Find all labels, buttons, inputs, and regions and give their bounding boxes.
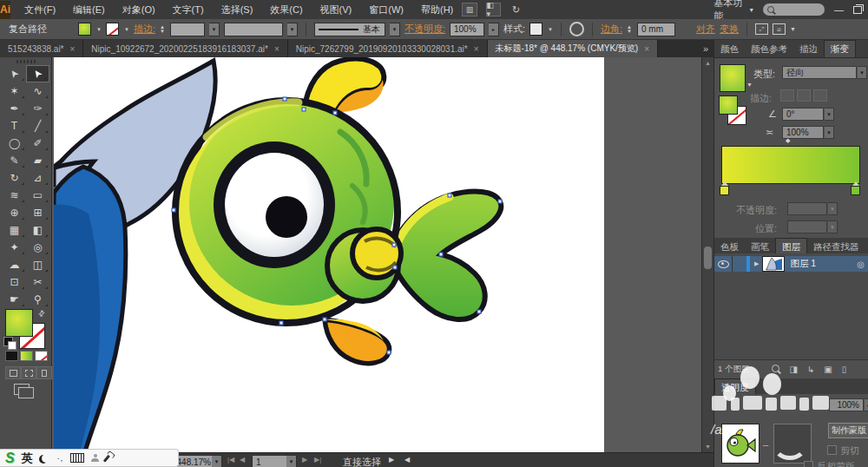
gradient-mode-button[interactable]: [20, 351, 33, 361]
constrain-icon[interactable]: ⧄: [773, 23, 786, 35]
stroke-along-icon[interactable]: [797, 89, 811, 102]
tool-direct-selection-tool[interactable]: ➤: [26, 65, 49, 82]
gradient-aspect-dropdown[interactable]: ▼: [825, 126, 834, 139]
clip-checkbox[interactable]: 剪切: [827, 444, 859, 457]
expand-layer-icon[interactable]: ▶: [754, 260, 759, 267]
prev-artboard-icon[interactable]: ◀: [240, 456, 245, 464]
style-swatch[interactable]: [529, 23, 542, 36]
tool-type-tool[interactable]: T: [3, 117, 26, 135]
tool-gradient-tool[interactable]: ◧: [26, 221, 49, 239]
panel-tab[interactable]: 图层: [775, 238, 807, 255]
menu-item[interactable]: 对象(O): [114, 3, 164, 16]
draw-behind-icon[interactable]: [21, 366, 36, 379]
width-profile-dropdown[interactable]: ▼: [287, 23, 298, 36]
close-tab-icon[interactable]: ×: [474, 44, 479, 54]
close-tab-icon[interactable]: ×: [274, 44, 279, 54]
align-artboard-icon[interactable]: ⤢: [755, 23, 768, 35]
new-sublayer-icon[interactable]: ↳: [807, 365, 814, 374]
hscroll-right-icon[interactable]: ▶: [389, 456, 394, 464]
corner-field[interactable]: 0 mm: [637, 23, 675, 36]
tool-eraser-tool[interactable]: ▰: [26, 152, 49, 169]
gradient-fill-indicator[interactable]: [719, 95, 738, 115]
tool-symbol-sprayer-tool[interactable]: ☁: [3, 256, 26, 273]
stroke-weight-dropdown[interactable]: ▼: [209, 23, 220, 36]
default-fill-stroke-icon[interactable]: [3, 337, 13, 346]
gradient-midpoint-icon[interactable]: ◆: [786, 137, 790, 144]
artboard[interactable]: [54, 57, 604, 452]
stroke-weight-stepper[interactable]: ▲▼: [160, 25, 165, 34]
sync-icon[interactable]: ↻: [510, 3, 523, 16]
tool-lasso-tool[interactable]: ∿: [26, 82, 49, 100]
gradient-swatch[interactable]: [720, 64, 746, 92]
tool-scale-tool[interactable]: ⊿: [26, 169, 49, 187]
layer-thumbnail[interactable]: [762, 256, 785, 272]
gradient-type-field[interactable]: 径向: [782, 66, 857, 79]
transparency-opacity-dropdown[interactable]: ▸: [865, 398, 868, 411]
visibility-cell[interactable]: [714, 256, 733, 272]
menu-item[interactable]: 效果(C): [261, 3, 311, 16]
first-artboard-icon[interactable]: |◀: [227, 456, 234, 464]
object-thumbnail[interactable]: [721, 424, 760, 464]
make-clip-mask-icon[interactable]: ◨: [789, 365, 797, 374]
stroke-chevron-icon[interactable]: ▼: [124, 27, 129, 32]
menu-item[interactable]: 窗口(W): [360, 3, 412, 16]
keyboard-icon[interactable]: [70, 453, 84, 463]
gradient-stop-right[interactable]: [851, 186, 860, 195]
mask-slot[interactable]: [773, 424, 812, 464]
tool-free-transform-tool[interactable]: ▭: [26, 187, 49, 204]
tool-rotate-tool[interactable]: ↻: [3, 169, 26, 187]
gradient-type-dropdown[interactable]: ▼: [858, 66, 867, 79]
transform-link[interactable]: 变换: [720, 23, 739, 36]
document-tab[interactable]: 515243838.ai*×: [0, 40, 83, 57]
tool-column-graph-tool[interactable]: ◫: [26, 256, 49, 273]
artboard-nav-field[interactable]: 1: [252, 455, 290, 467]
color-mode-button[interactable]: [5, 351, 18, 361]
tool-pencil-tool[interactable]: ✎: [3, 152, 26, 169]
layer-target-icon[interactable]: ◎: [857, 260, 865, 269]
tool-pen-tool[interactable]: ✒: [3, 100, 26, 117]
corner-link[interactable]: 边角:: [601, 23, 622, 36]
panel-tab[interactable]: 颜色参考: [745, 41, 793, 57]
panel-tab[interactable]: 颜色: [714, 41, 745, 57]
fill-color-swatch[interactable]: [78, 23, 91, 36]
opacity-link[interactable]: 不透明度:: [404, 23, 445, 36]
menu-item[interactable]: 文件(F): [16, 3, 64, 16]
gradient-slider[interactable]: [721, 146, 860, 184]
scroll-up-icon[interactable]: ▲: [705, 60, 711, 66]
last-artboard-icon[interactable]: ▶|: [314, 456, 321, 464]
input-method-bar[interactable]: S 英 ·,: [0, 449, 179, 467]
fill-chevron-icon[interactable]: ▼: [96, 27, 102, 32]
tool-anchor-point-tool[interactable]: ✑: [26, 100, 49, 117]
tool-width-tool[interactable]: ≋: [3, 187, 26, 204]
recolor-artwork-icon[interactable]: [569, 22, 584, 36]
tool-shape-builder-tool[interactable]: ⊕: [3, 204, 26, 221]
style-chevron-icon[interactable]: ▼: [548, 27, 553, 32]
brush-definition-field[interactable]: 基本: [314, 23, 385, 36]
stroke-within-icon[interactable]: [780, 89, 794, 102]
stroke-link[interactable]: 描边:: [134, 23, 155, 36]
opacity-field[interactable]: 100%: [450, 23, 484, 36]
none-mode-button[interactable]: [35, 351, 48, 361]
menu-item[interactable]: 帮助(H): [412, 3, 462, 16]
tool-paintbrush-tool[interactable]: ✐: [26, 135, 49, 152]
gradient-stop-left[interactable]: [720, 186, 729, 195]
toolbar-grip[interactable]: [16, 60, 36, 63]
tool-magic-wand-tool[interactable]: ✶: [3, 82, 26, 100]
stroke-color-swatch[interactable]: [106, 23, 119, 36]
panel-tab[interactable]: 描边: [793, 41, 824, 57]
make-mask-button[interactable]: 制作蒙版: [828, 423, 868, 438]
hscroll-left-icon[interactable]: ◀: [404, 456, 410, 464]
zoom-dropdown[interactable]: ▼: [212, 455, 222, 467]
tool-mesh-tool[interactable]: ▦: [3, 221, 26, 239]
account-icon[interactable]: [91, 454, 99, 462]
tool-hand-tool[interactable]: ☛: [3, 291, 26, 308]
next-artboard-icon[interactable]: ▶: [302, 456, 307, 464]
restore-button[interactable]: [852, 3, 863, 16]
draw-inside-icon[interactable]: [36, 366, 52, 379]
close-tab-icon[interactable]: ×: [644, 44, 649, 54]
menu-item[interactable]: 视图(V): [312, 3, 361, 16]
arrange-documents-icon[interactable]: ◧ ▾: [486, 3, 501, 16]
tab-overflow-icon[interactable]: »: [698, 40, 713, 57]
vertical-scrollbar[interactable]: ▲ ▼: [701, 57, 713, 452]
stroke-weight-field[interactable]: [170, 23, 205, 36]
